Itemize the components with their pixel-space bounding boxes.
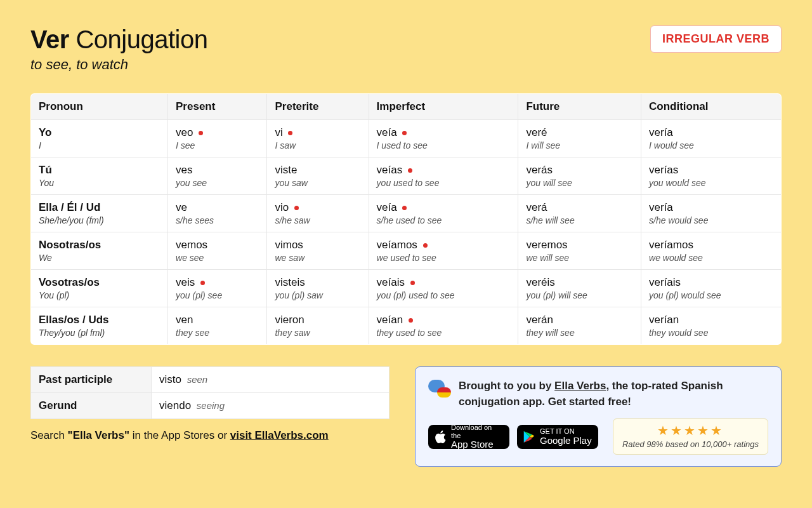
title-suffix: Conjugation xyxy=(75,25,207,53)
form-cell: veía I used to see xyxy=(369,120,518,157)
form-cell: visteyou saw xyxy=(267,157,369,195)
form-cell: vemoswe see xyxy=(168,232,267,270)
participle-row: Past participlevisto seen xyxy=(31,367,390,393)
form-cell: venthey see xyxy=(168,307,267,345)
app-store-button[interactable]: Download on theApp Store xyxy=(428,425,509,449)
promo-box: Brought to you by Ella Verbs, the top-ra… xyxy=(415,366,782,467)
google-play-button[interactable]: GET IT ONGoogle Play xyxy=(517,425,598,449)
pronoun-cell: YoI xyxy=(31,120,168,157)
apple-icon xyxy=(435,430,446,444)
form-cell: vio s/he saw xyxy=(267,195,369,232)
irregular-dot-icon xyxy=(410,281,415,285)
participle-value: viendo seeing xyxy=(152,393,390,419)
form-cell: veía s/he used to see xyxy=(369,195,518,232)
pronoun-cell: Vosotras/osYou (pl) xyxy=(31,270,168,307)
star-icons: ★★★★★ xyxy=(622,423,759,438)
promo-link[interactable]: Ella Verbs xyxy=(554,380,606,392)
column-header: Imperfect xyxy=(369,94,518,120)
form-cell: veréI will see xyxy=(518,120,641,157)
form-cell: veréisyou (pl) will see xyxy=(518,270,641,307)
form-cell: vieronthey saw xyxy=(267,307,369,345)
table-row: YoIveo I seevi I sawveía I used to seeve… xyxy=(31,120,782,157)
column-header: Future xyxy=(518,94,641,120)
irregular-dot-icon xyxy=(402,206,407,210)
irregular-dot-icon xyxy=(288,131,292,135)
form-cell: veríaI would see xyxy=(641,120,782,157)
table-row: Nosotras/osWevemoswe seevimoswe sawveíam… xyxy=(31,232,782,270)
form-cell: vimoswe saw xyxy=(267,232,369,270)
pronoun-cell: Nosotras/osWe xyxy=(31,232,168,270)
participle-label: Gerund xyxy=(31,393,152,419)
irregular-badge: IRREGULAR VERB xyxy=(650,25,782,53)
participle-value: visto seen xyxy=(152,367,390,393)
participle-row: Gerundviendo seeing xyxy=(31,393,390,419)
form-cell: veíais you (pl) used to see xyxy=(369,270,518,307)
verb-name: Ver xyxy=(30,25,69,53)
form-cell: veían they used to see xyxy=(369,307,518,345)
form-cell: veríamoswe would see xyxy=(641,232,782,270)
form-cell: verías/he would see xyxy=(641,195,782,232)
irregular-dot-icon xyxy=(200,281,205,285)
irregular-dot-icon xyxy=(408,168,412,173)
column-header: Preterite xyxy=(267,94,369,120)
column-header: Present xyxy=(168,94,267,120)
form-cell: veríaisyou (pl) would see xyxy=(641,270,782,307)
column-header: Pronoun xyxy=(31,94,168,120)
irregular-dot-icon xyxy=(409,318,413,323)
search-line: Search "Ella Verbs" in the App Stores or… xyxy=(30,429,390,442)
form-cell: vesyou see xyxy=(168,157,267,195)
form-cell: veíamos we used to see xyxy=(369,232,518,270)
form-cell: veo I see xyxy=(168,120,267,157)
form-cell: vi I saw xyxy=(267,120,369,157)
form-cell: veis you (pl) see xyxy=(168,270,267,307)
participle-table: Past participlevisto seenGerundviendo se… xyxy=(30,366,390,419)
promo-icon xyxy=(428,378,451,401)
verb-meaning: to see, to watch xyxy=(30,57,207,73)
form-cell: veríanthey would see xyxy=(641,307,782,345)
form-cell: veremoswe will see xyxy=(518,232,641,270)
form-cell: veías you used to see xyxy=(369,157,518,195)
irregular-dot-icon xyxy=(402,131,407,135)
participle-label: Past participle xyxy=(31,367,152,393)
form-cell: verás/he will see xyxy=(518,195,641,232)
table-row: Ella / Él / UdShe/he/you (fml)ves/he see… xyxy=(31,195,782,232)
ellaverbs-link[interactable]: visit EllaVerbs.com xyxy=(230,429,329,441)
form-cell: ves/he sees xyxy=(168,195,267,232)
table-row: Vosotras/osYou (pl)veis you (pl) seevist… xyxy=(31,270,782,307)
form-cell: veríasyou would see xyxy=(641,157,782,195)
irregular-dot-icon xyxy=(199,131,203,135)
rating-text: Rated 98% based on 10,000+ ratings xyxy=(622,439,759,449)
irregular-dot-icon xyxy=(294,206,299,210)
table-row: TúYouvesyou seevisteyou sawveías you use… xyxy=(31,157,782,195)
google-play-icon xyxy=(523,431,535,443)
pronoun-cell: Ellas/os / UdsThey/you (pl fml) xyxy=(31,307,168,345)
pronoun-cell: TúYou xyxy=(31,157,168,195)
table-row: Ellas/os / UdsThey/you (pl fml)venthey s… xyxy=(31,307,782,345)
pronoun-cell: Ella / Él / UdShe/he/you (fml) xyxy=(31,195,168,232)
form-cell: veránthey will see xyxy=(518,307,641,345)
conjugation-table: PronounPresentPreteriteImperfectFutureCo… xyxy=(30,93,782,345)
form-cell: verásyou will see xyxy=(518,157,641,195)
irregular-dot-icon xyxy=(423,243,428,248)
promo-text: Brought to you by Ella Verbs, the top-ra… xyxy=(459,378,768,410)
rating-box: ★★★★★ Rated 98% based on 10,000+ ratings xyxy=(613,418,768,455)
form-cell: visteisyou (pl) saw xyxy=(267,270,369,307)
column-header: Conditional xyxy=(641,94,782,120)
page-title: Ver Conjugation xyxy=(30,25,207,54)
